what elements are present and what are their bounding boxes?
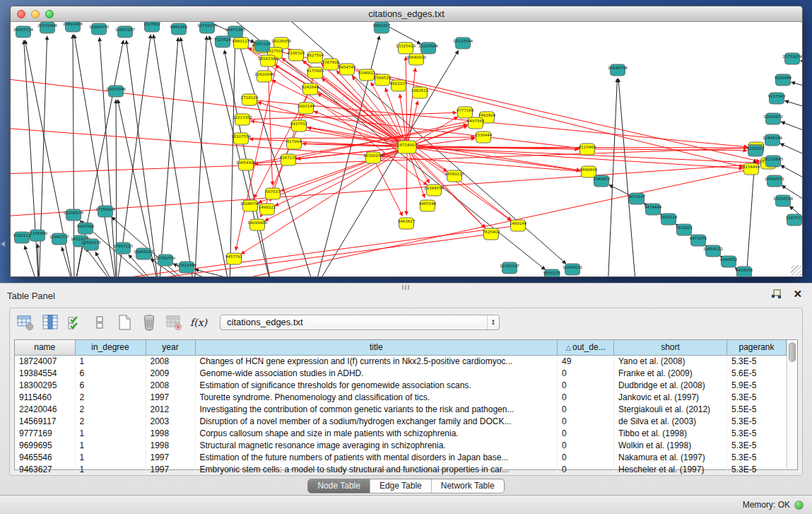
graph-node-selected[interactable]: 18300295 bbox=[363, 152, 383, 163]
graph-node-selected[interactable]: 1588520 bbox=[374, 74, 392, 86]
graph-node[interactable]: 1167533 bbox=[786, 214, 802, 226]
graph-node-selected[interactable]: 9497568 bbox=[467, 117, 485, 129]
table-row[interactable]: 1830029562008Estimation of significance … bbox=[15, 379, 787, 391]
graph-node[interactable]: 20053346 bbox=[106, 86, 126, 97]
graph-node[interactable]: 1527602 bbox=[143, 22, 161, 32]
graph-node[interactable]: 6466160 bbox=[170, 23, 188, 35]
edge[interactable] bbox=[117, 35, 151, 276]
graph-node[interactable]: 12505135 bbox=[81, 239, 101, 250]
column-header-year[interactable]: year bbox=[146, 340, 195, 355]
graph-node-selected[interactable]: 417004 bbox=[287, 138, 302, 149]
edge[interactable] bbox=[781, 122, 802, 135]
float-panel-icon[interactable] bbox=[771, 289, 782, 299]
graph-node[interactable]: 9505135 bbox=[543, 269, 561, 276]
table-row[interactable]: 1938455462009Genome-wide association stu… bbox=[15, 367, 787, 379]
graph-node[interactable]: 12444194 bbox=[763, 134, 782, 146]
table-row[interactable]: 911546021997Tourette syndrome. Phenomeno… bbox=[15, 391, 787, 403]
graph-node-selected[interactable]: 8454749 bbox=[339, 64, 356, 75]
graph-node-selected[interactable]: 9465546 bbox=[419, 200, 437, 211]
function-builder-icon[interactable]: f(x) bbox=[189, 313, 208, 332]
scrollbar-thumb[interactable] bbox=[789, 342, 796, 362]
selected-edge[interactable] bbox=[406, 57, 407, 147]
graph-node[interactable]: 15751074 bbox=[782, 53, 802, 64]
graph-node-selected[interactable]: 14099489 bbox=[247, 219, 267, 230]
tab-node-table[interactable]: Node Table bbox=[308, 479, 370, 493]
edge[interactable] bbox=[95, 252, 117, 276]
column-header-name[interactable]: name bbox=[15, 340, 75, 355]
graph-node[interactable]: 9227343 bbox=[768, 93, 786, 104]
graph-node[interactable]: 12162187 bbox=[500, 262, 519, 274]
selected-edge[interactable] bbox=[373, 158, 403, 216]
graph-node[interactable]: 17359924 bbox=[95, 206, 115, 217]
graph-node-selected[interactable]: 587833 bbox=[266, 188, 281, 199]
table-row[interactable]: 2242004622012Investigating the contribut… bbox=[15, 403, 787, 415]
select-column-icon[interactable] bbox=[41, 313, 59, 332]
graph-node[interactable]: 19088379 bbox=[89, 23, 109, 35]
graph-node-selected[interactable]: 1862615 bbox=[411, 87, 429, 98]
delete-column-icon[interactable] bbox=[140, 313, 158, 332]
graph-node[interactable]: 9245652 bbox=[720, 256, 738, 267]
graph-node-selected[interactable]: 12213382 bbox=[233, 114, 252, 125]
graph-node[interactable]: 12093872 bbox=[763, 113, 783, 124]
graph-node-selected[interactable]: 1469144 bbox=[510, 220, 527, 231]
graph-node[interactable]: 7832621 bbox=[676, 224, 693, 235]
graph-node-selected[interactable]: 13325419 bbox=[396, 42, 416, 54]
graph-node-selected[interactable]: 9154499 bbox=[743, 163, 760, 175]
graph-node-selected[interactable]: 18724007 bbox=[397, 141, 417, 153]
graph-node-selected[interactable]: 19654908 bbox=[236, 159, 256, 170]
selected-edge[interactable] bbox=[407, 101, 418, 147]
table-row[interactable]: 1456911722003Disruption of a novel membe… bbox=[15, 415, 787, 427]
graph-node[interactable]: 9215953 bbox=[747, 145, 765, 156]
graph-node[interactable]: 16671365 bbox=[225, 26, 245, 37]
graph-node[interactable]: 11156869 bbox=[28, 230, 47, 241]
tab-edge-table[interactable]: Edge Table bbox=[370, 479, 431, 493]
edge[interactable] bbox=[159, 37, 178, 276]
graph-node[interactable]: 15892971 bbox=[765, 175, 784, 187]
table-row[interactable]: 969969511998Structural magnetic resonanc… bbox=[15, 439, 787, 451]
graph-node-selected[interactable]: 8186328 bbox=[288, 49, 305, 61]
graph-node-selected[interactable]: 9175685 bbox=[307, 67, 324, 78]
graph-node[interactable]: 9097588 bbox=[77, 223, 95, 234]
graph-node[interactable]: 17957223 bbox=[113, 243, 133, 254]
graph-node[interactable]: 10845031 bbox=[563, 264, 582, 275]
graph-node-selected[interactable]: 8427552 bbox=[290, 120, 308, 132]
close-window-button[interactable] bbox=[17, 10, 25, 18]
graph-node[interactable]: 10719155 bbox=[197, 22, 217, 33]
edge[interactable] bbox=[195, 269, 272, 276]
graph-node-selected[interactable]: 18107554 bbox=[231, 133, 251, 144]
tab-network-table[interactable]: Network Table bbox=[431, 479, 504, 493]
graph-node[interactable]: 16782759 bbox=[155, 255, 175, 266]
graph-node-selected[interactable]: 8267130 bbox=[280, 154, 298, 165]
graph-node[interactable]: 17016514 bbox=[773, 195, 793, 206]
edge[interactable] bbox=[61, 247, 74, 276]
table-row[interactable]: 946554611997Estimation of the future num… bbox=[15, 451, 787, 463]
graph-node[interactable]: 9418956 bbox=[736, 267, 753, 276]
graph-node[interactable]: 16210643 bbox=[763, 156, 783, 167]
graph-node[interactable]: 12942757 bbox=[49, 233, 69, 245]
close-panel-icon[interactable]: ✕ bbox=[793, 289, 802, 299]
network-canvas[interactable]: 1872400788601238912954182260589827508165… bbox=[11, 22, 802, 276]
edge[interactable] bbox=[781, 165, 802, 185]
edge[interactable] bbox=[792, 82, 802, 89]
graph-node-selected[interactable]: 7625402 bbox=[483, 228, 500, 240]
network-window-titlebar[interactable]: citations_edges.txt bbox=[11, 6, 802, 22]
graph-node-selected[interactable]: 14569117 bbox=[445, 170, 464, 182]
selected-edge[interactable] bbox=[406, 147, 407, 215]
edge[interactable] bbox=[126, 40, 159, 276]
graph-node-selected[interactable]: 9457791 bbox=[225, 253, 243, 264]
graph-node-selected[interactable]: 9822037 bbox=[390, 80, 408, 91]
selected-edge[interactable] bbox=[407, 147, 425, 198]
graph-node[interactable]: 10958187 bbox=[134, 248, 153, 259]
memory-ok-indicator[interactable] bbox=[794, 501, 804, 510]
graph-node-selected[interactable]: 9463627 bbox=[398, 218, 416, 229]
selected-edge[interactable] bbox=[241, 147, 407, 254]
column-header-in_degree[interactable]: in_degree bbox=[75, 340, 146, 355]
graph-node[interactable]: 9879197 bbox=[628, 193, 646, 204]
graph-node[interactable]: 19218586 bbox=[418, 42, 438, 54]
selected-edge[interactable] bbox=[249, 100, 748, 147]
collapse-side-panel-arrow[interactable] bbox=[1, 241, 5, 247]
graph-node[interactable]: 15123544 bbox=[453, 37, 473, 49]
graph-node-selected[interactable]: 1498222 bbox=[259, 204, 276, 215]
graph-node[interactable]: 20206576 bbox=[64, 209, 83, 221]
column-header-title[interactable]: title bbox=[195, 340, 558, 355]
